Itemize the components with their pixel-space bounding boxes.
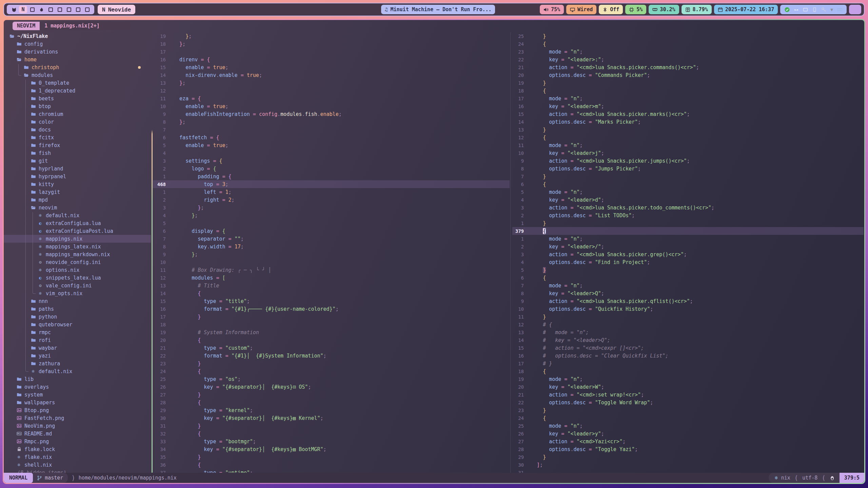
tree-item-fastfetch.png[interactable]: FastFetch.png	[4, 414, 151, 422]
left-line-20[interactable]: 20 {	[153, 336, 510, 344]
tree-item-system[interactable]: system	[4, 391, 151, 399]
right-line-18[interactable]: 18 {	[512, 367, 864, 375]
tree-item-btop.png[interactable]: Btop.png	[4, 406, 151, 414]
right-line-6[interactable]: 6 {	[512, 180, 864, 188]
tree-item-shell.nix[interactable]: ❄shell.nix	[4, 461, 151, 469]
right-line-1[interactable]: 1 }	[512, 219, 864, 227]
volume-widget[interactable]: 75%	[540, 5, 564, 14]
right-line-20[interactable]: 20 key = "<leader>W";	[512, 383, 864, 391]
workspace-2-neovim-icon[interactable]: N	[19, 6, 27, 13]
right-line-11[interactable]: 11 mode = "n";	[512, 141, 864, 149]
workspaces[interactable]: N	[7, 5, 94, 14]
right-line-9[interactable]: 9 action = "<cmd>lua Snacks.picker.jumps…	[512, 157, 864, 165]
tree-item-lib[interactable]: lib	[4, 375, 151, 383]
right-line-9[interactable]: 9 action = "<cmd>lua Snacks.picker.qflis…	[512, 297, 864, 305]
left-line-7[interactable]: 7	[153, 126, 510, 134]
tree-item-modules[interactable]: modules	[4, 71, 151, 79]
right-line-3[interactable]: 3 action = "<cmd>lua Snacks.picker.grep(…	[512, 250, 864, 258]
right-line-12[interactable]: 12 # {	[512, 321, 864, 328]
right-line-18[interactable]: 18 {	[512, 87, 864, 95]
right-line-27[interactable]: 27 action = "<cmd>Yazi<cr>";	[512, 438, 864, 445]
left-line-17[interactable]: 17 }	[153, 313, 510, 321]
right-line-25[interactable]: 25 mode = "n";	[512, 422, 864, 430]
left-line-15[interactable]: 15 enable = true;	[153, 63, 510, 71]
right-line-17[interactable]: 17 mode = "n";	[512, 95, 864, 102]
left-line-1[interactable]: 1 left = 1;	[153, 188, 510, 196]
tree-item-overlays[interactable]: overlays	[4, 383, 151, 391]
tree-item-rmpc.png[interactable]: Rmpc.png	[4, 438, 151, 445]
right-line-22[interactable]: 22 key = "<leader>:";	[512, 56, 864, 63]
right-line-11[interactable]: 11 }	[512, 313, 864, 321]
right-line-21[interactable]: 21 action = "<cmd>:set wrap!<cr>";	[512, 391, 864, 399]
bluetooth-widget[interactable]: Off	[599, 5, 623, 14]
disk-widget[interactable]: 8.79%	[682, 5, 712, 14]
left-line-18[interactable]: 18 };	[153, 40, 510, 48]
right-line-1[interactable]: 1 mode = "n";	[512, 235, 864, 243]
left-line-36[interactable]: 36 {	[153, 461, 510, 469]
right-line-14[interactable]: 14 # key = "<leader>Q";	[512, 336, 864, 344]
right-line-19[interactable]: 19 mode = "n";	[512, 375, 864, 383]
right-line-14[interactable]: 14 options.desc = "Marks Picker";	[512, 118, 864, 126]
left-line-468[interactable]: 468 top = 3;	[153, 180, 510, 188]
left-line-31[interactable]: 31 }	[153, 422, 510, 430]
memory-widget[interactable]: 30.2%	[649, 5, 679, 14]
left-line-32[interactable]: 32 {	[153, 430, 510, 438]
left-line-27[interactable]: 27 }	[153, 391, 510, 399]
right-line-31[interactable]: 31	[512, 469, 864, 473]
right-line-379[interactable]: 379 {	[512, 227, 864, 235]
right-line-25[interactable]: 25 }	[512, 32, 864, 40]
tree-item-flake.nix[interactable]: ❄flake.nix	[4, 453, 151, 461]
workspace-7-square-icon[interactable]	[65, 6, 73, 13]
right-line-12[interactable]: 12 {	[512, 134, 864, 141]
right-line-21[interactable]: 21 action = "<cmd>lua Snacks.picker.comm…	[512, 63, 864, 71]
right-line-20[interactable]: 20 options.desc = "Commands Picker";	[512, 71, 864, 79]
right-line-2[interactable]: 2 options.desc = "List TODOs";	[512, 211, 864, 219]
network-widget[interactable]: Wired	[566, 5, 596, 14]
left-line-14[interactable]: 14 {	[153, 289, 510, 297]
left-line-18[interactable]: 18	[153, 321, 510, 328]
tray-mustache-icon[interactable]	[794, 7, 799, 12]
left-line-30[interactable]: 30 key = "{#separator}│ {#keys}▤ Kernel"…	[153, 414, 510, 422]
tree-item-config[interactable]: config	[4, 40, 151, 48]
right-line-8[interactable]: 8 options.desc = "Jumps Picker";	[512, 165, 864, 172]
left-line-16[interactable]: 16 format = "{#1}╭──── {#}{user-name-col…	[153, 305, 510, 313]
left-line-19[interactable]: 19 };	[153, 32, 510, 40]
left-line-3[interactable]: 3 };	[153, 204, 510, 211]
tray-check-circle-icon[interactable]	[785, 7, 790, 12]
left-line-19[interactable]: 19 # System Information	[153, 328, 510, 336]
workspace-1-cat-icon[interactable]	[10, 6, 18, 13]
tree-item-nixflake[interactable]: ~/NixFlake	[4, 32, 151, 40]
right-line-16[interactable]: 16 # options.desc = "Clear Quickfix List…	[512, 352, 864, 360]
music-widget[interactable]: ♫ Minuit Machine – Don't Run Fro...	[381, 5, 495, 14]
left-line-25[interactable]: 25 type = "os";	[153, 375, 510, 383]
left-line-13[interactable]: 13 # Title	[153, 282, 510, 289]
left-line-14[interactable]: 14 nix-direnv.enable = true;	[153, 71, 510, 79]
left-line-21[interactable]: 21 type = "custom";	[153, 344, 510, 352]
left-line-23[interactable]: 23 }	[153, 360, 510, 367]
tree-item-wallpapers[interactable]: wallpapers	[4, 399, 151, 406]
workspace-4-flame-icon[interactable]	[37, 6, 45, 13]
left-line-15[interactable]: 15 type = "title";	[153, 297, 510, 305]
left-line-34[interactable]: 34 key = "{#separator}│ {#keys}▤ BootMGR…	[153, 445, 510, 453]
left-line-6[interactable]: 6 fastfetch = {	[153, 134, 510, 141]
clock-widget[interactable]: 2025-07-22 16:37	[714, 5, 778, 14]
tree-item-neovim.png[interactable]: NeoVim.png	[4, 422, 151, 430]
tray-triangle-down-icon[interactable]: ▼	[830, 7, 833, 12]
right-line-24[interactable]: 24 {	[512, 414, 864, 422]
tray-phone-icon[interactable]	[812, 7, 817, 12]
right-line-10[interactable]: 10 options.desc = "Quickfix History";	[512, 305, 864, 313]
left-line-11[interactable]: 11 eza = {	[153, 95, 510, 102]
tray-keyboard-icon[interactable]	[837, 7, 842, 12]
right-line-26[interactable]: 26 key = "<leader>y";	[512, 430, 864, 438]
right-line-24[interactable]: 24 {	[512, 40, 864, 48]
workspace-9-square-icon[interactable]	[83, 6, 91, 13]
right-line-10[interactable]: 10 key = "<leader>j";	[512, 149, 864, 157]
right-line-4[interactable]: 4 options.desc = "Find in Project";	[512, 258, 864, 266]
left-line-4[interactable]: 4 };	[153, 211, 510, 219]
code-pane-left[interactable]: 19 };18 };1716 direnv = {15 enable = tru…	[153, 32, 510, 473]
tree-item-home[interactable]: home	[4, 56, 151, 63]
left-line-5[interactable]: 5 enable = true;	[153, 141, 510, 149]
tray-key-icon[interactable]	[821, 7, 826, 12]
left-line-8[interactable]: 8 };	[153, 118, 510, 126]
left-line-17[interactable]: 17	[153, 48, 510, 56]
